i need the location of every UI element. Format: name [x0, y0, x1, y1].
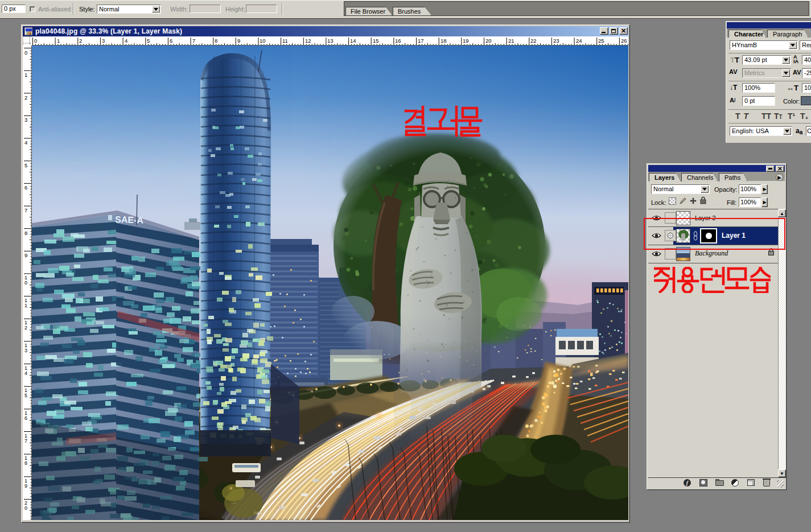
svg-text:2: 2 — [24, 94, 27, 101]
svg-text:6: 6 — [24, 184, 27, 191]
svg-text:6: 6 — [170, 38, 172, 44]
svg-text:26: 26 — [621, 38, 627, 44]
svg-text:15: 15 — [373, 38, 379, 44]
svg-text:6: 6 — [24, 415, 27, 421]
svg-text:7: 7 — [24, 438, 27, 444]
svg-text:8: 8 — [215, 38, 217, 44]
svg-text:4: 4 — [125, 38, 127, 44]
svg-text:0: 0 — [34, 38, 37, 44]
svg-text:17: 17 — [418, 38, 424, 44]
svg-text:10: 10 — [260, 38, 266, 44]
svg-text:7: 7 — [192, 38, 195, 44]
svg-text:8: 8 — [24, 230, 27, 236]
svg-text:20: 20 — [485, 38, 492, 44]
svg-text:5: 5 — [24, 162, 27, 168]
svg-text:24: 24 — [576, 38, 582, 44]
svg-text:9: 9 — [24, 483, 27, 489]
svg-text:2: 2 — [24, 325, 27, 331]
svg-text:2: 2 — [79, 38, 82, 44]
svg-text:3: 3 — [24, 348, 27, 353]
svg-text:25: 25 — [598, 38, 604, 44]
svg-text:9: 9 — [237, 38, 240, 44]
svg-text:0: 0 — [24, 505, 27, 511]
svg-text:19: 19 — [463, 38, 469, 44]
svg-text:9: 9 — [24, 252, 27, 258]
svg-text:13: 13 — [327, 38, 334, 44]
svg-text:12: 12 — [305, 38, 311, 44]
svg-text:0: 0 — [24, 50, 27, 56]
svg-text:5: 5 — [147, 38, 150, 44]
svg-text:5: 5 — [24, 393, 27, 398]
svg-text:SAE-A: SAE-A — [115, 215, 144, 225]
svg-text:22: 22 — [530, 38, 537, 44]
svg-text:1: 1 — [24, 72, 27, 78]
svg-text:21: 21 — [508, 38, 514, 44]
svg-text:3: 3 — [102, 38, 105, 44]
svg-text:0: 0 — [24, 280, 27, 286]
svg-text:1: 1 — [57, 38, 60, 44]
svg-text:14: 14 — [350, 38, 356, 44]
svg-text:4: 4 — [24, 139, 27, 146]
svg-text:8: 8 — [24, 460, 27, 466]
svg-text:18: 18 — [441, 38, 447, 44]
svg-text:23: 23 — [553, 38, 559, 44]
svg-text:7: 7 — [24, 207, 27, 213]
svg-text:4: 4 — [24, 370, 27, 376]
svg-text:3: 3 — [24, 117, 27, 123]
svg-text:11: 11 — [282, 38, 288, 44]
svg-text:1: 1 — [24, 303, 27, 308]
svg-text:16: 16 — [395, 38, 401, 44]
